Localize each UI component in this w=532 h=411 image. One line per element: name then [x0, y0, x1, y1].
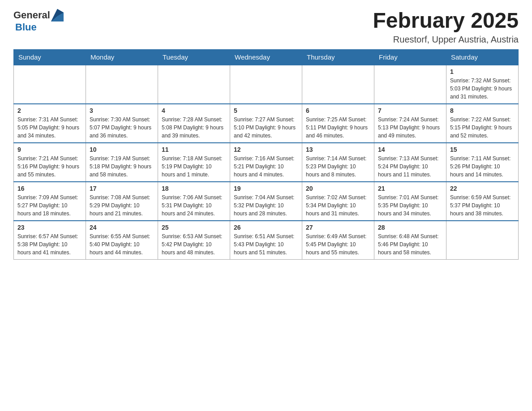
day-number: 28	[378, 224, 442, 231]
weekday-header-saturday: Saturday	[446, 49, 519, 65]
month-title: February 2025	[373, 9, 519, 33]
day-info: Sunrise: 7:02 AM Sunset: 5:34 PM Dayligh…	[306, 193, 370, 218]
day-number: 7	[378, 107, 442, 114]
day-info: Sunrise: 7:18 AM Sunset: 5:19 PM Dayligh…	[162, 154, 226, 179]
weekday-header-thursday: Thursday	[302, 49, 374, 65]
page-header: General Blue February 2025 Ruestorf, Upp…	[13, 9, 519, 45]
weekday-header-monday: Monday	[86, 49, 158, 65]
day-info: Sunrise: 6:59 AM Sunset: 5:37 PM Dayligh…	[450, 193, 515, 218]
calendar-cell: 17Sunrise: 7:08 AM Sunset: 5:29 PM Dayli…	[86, 182, 158, 221]
day-info: Sunrise: 7:24 AM Sunset: 5:13 PM Dayligh…	[378, 116, 442, 140]
day-number: 17	[90, 185, 154, 192]
calendar-cell: 19Sunrise: 7:04 AM Sunset: 5:32 PM Dayli…	[230, 182, 302, 221]
logo-text-general: General	[13, 9, 50, 21]
day-number: 26	[234, 224, 298, 231]
day-number: 22	[450, 185, 515, 192]
calendar-cell: 1Sunrise: 7:32 AM Sunset: 5:03 PM Daylig…	[446, 65, 519, 104]
calendar-week-row: 1Sunrise: 7:32 AM Sunset: 5:03 PM Daylig…	[14, 65, 519, 104]
day-info: Sunrise: 7:09 AM Sunset: 5:27 PM Dayligh…	[17, 193, 82, 218]
day-number: 12	[234, 146, 298, 153]
calendar-table: SundayMondayTuesdayWednesdayThursdayFrid…	[13, 49, 519, 260]
calendar-cell: 15Sunrise: 7:11 AM Sunset: 5:26 PM Dayli…	[446, 143, 519, 182]
calendar-cell	[14, 65, 86, 104]
calendar-cell	[374, 65, 446, 104]
calendar-cell: 9Sunrise: 7:21 AM Sunset: 5:16 PM Daylig…	[14, 143, 86, 182]
calendar-cell: 7Sunrise: 7:24 AM Sunset: 5:13 PM Daylig…	[374, 104, 446, 143]
day-info: Sunrise: 7:08 AM Sunset: 5:29 PM Dayligh…	[90, 193, 154, 218]
day-info: Sunrise: 7:22 AM Sunset: 5:15 PM Dayligh…	[450, 116, 515, 140]
calendar-cell: 6Sunrise: 7:25 AM Sunset: 5:11 PM Daylig…	[302, 104, 374, 143]
day-info: Sunrise: 6:57 AM Sunset: 5:38 PM Dayligh…	[17, 232, 82, 257]
calendar-cell: 13Sunrise: 7:14 AM Sunset: 5:23 PM Dayli…	[302, 143, 374, 182]
calendar-cell: 25Sunrise: 6:53 AM Sunset: 5:42 PM Dayli…	[158, 221, 230, 260]
calendar-cell: 26Sunrise: 6:51 AM Sunset: 5:43 PM Dayli…	[230, 221, 302, 260]
calendar-cell: 10Sunrise: 7:19 AM Sunset: 5:18 PM Dayli…	[86, 143, 158, 182]
day-number: 6	[306, 107, 370, 114]
day-info: Sunrise: 7:11 AM Sunset: 5:26 PM Dayligh…	[450, 154, 515, 179]
day-info: Sunrise: 7:32 AM Sunset: 5:03 PM Dayligh…	[450, 77, 515, 101]
day-info: Sunrise: 6:53 AM Sunset: 5:42 PM Dayligh…	[162, 232, 226, 257]
weekday-header-tuesday: Tuesday	[158, 49, 230, 65]
calendar-cell: 11Sunrise: 7:18 AM Sunset: 5:19 PM Dayli…	[158, 143, 230, 182]
calendar-cell: 24Sunrise: 6:55 AM Sunset: 5:40 PM Dayli…	[86, 221, 158, 260]
calendar-week-row: 23Sunrise: 6:57 AM Sunset: 5:38 PM Dayli…	[14, 221, 519, 260]
calendar-cell	[230, 65, 302, 104]
day-info: Sunrise: 7:16 AM Sunset: 5:21 PM Dayligh…	[234, 154, 298, 179]
day-info: Sunrise: 7:13 AM Sunset: 5:24 PM Dayligh…	[378, 154, 442, 179]
day-number: 13	[306, 146, 370, 153]
calendar-cell	[158, 65, 230, 104]
title-section: February 2025 Ruestorf, Upper Austria, A…	[373, 9, 519, 45]
day-info: Sunrise: 6:48 AM Sunset: 5:46 PM Dayligh…	[378, 232, 442, 257]
day-number: 5	[234, 107, 298, 114]
day-info: Sunrise: 7:25 AM Sunset: 5:11 PM Dayligh…	[306, 116, 370, 140]
calendar-week-row: 2Sunrise: 7:31 AM Sunset: 5:05 PM Daylig…	[14, 104, 519, 143]
logo: General Blue	[13, 9, 64, 33]
day-number: 18	[162, 185, 226, 192]
calendar-week-row: 9Sunrise: 7:21 AM Sunset: 5:16 PM Daylig…	[14, 143, 519, 182]
calendar-cell: 21Sunrise: 7:01 AM Sunset: 5:35 PM Dayli…	[374, 182, 446, 221]
day-number: 8	[450, 107, 515, 114]
calendar-cell	[446, 221, 519, 260]
day-number: 23	[17, 224, 82, 231]
day-number: 2	[17, 107, 82, 114]
calendar-cell	[86, 65, 158, 104]
day-number: 25	[162, 224, 226, 231]
day-number: 21	[378, 185, 442, 192]
logo-text-blue: Blue	[15, 21, 64, 33]
day-info: Sunrise: 7:14 AM Sunset: 5:23 PM Dayligh…	[306, 154, 370, 179]
calendar-cell: 3Sunrise: 7:30 AM Sunset: 5:07 PM Daylig…	[86, 104, 158, 143]
day-info: Sunrise: 7:19 AM Sunset: 5:18 PM Dayligh…	[90, 154, 154, 179]
day-info: Sunrise: 7:31 AM Sunset: 5:05 PM Dayligh…	[17, 116, 82, 140]
day-number: 16	[17, 185, 82, 192]
day-info: Sunrise: 7:28 AM Sunset: 5:08 PM Dayligh…	[162, 116, 226, 140]
day-number: 24	[90, 224, 154, 231]
calendar-cell: 12Sunrise: 7:16 AM Sunset: 5:21 PM Dayli…	[230, 143, 302, 182]
calendar-cell: 20Sunrise: 7:02 AM Sunset: 5:34 PM Dayli…	[302, 182, 374, 221]
weekday-header-friday: Friday	[374, 49, 446, 65]
day-info: Sunrise: 6:55 AM Sunset: 5:40 PM Dayligh…	[90, 232, 154, 257]
calendar-cell: 8Sunrise: 7:22 AM Sunset: 5:15 PM Daylig…	[446, 104, 519, 143]
calendar-cell: 18Sunrise: 7:06 AM Sunset: 5:31 PM Dayli…	[158, 182, 230, 221]
day-info: Sunrise: 7:06 AM Sunset: 5:31 PM Dayligh…	[162, 193, 226, 218]
day-number: 27	[306, 224, 370, 231]
calendar-cell: 4Sunrise: 7:28 AM Sunset: 5:08 PM Daylig…	[158, 104, 230, 143]
logo-icon	[51, 9, 64, 21]
day-number: 19	[234, 185, 298, 192]
calendar-cell: 22Sunrise: 6:59 AM Sunset: 5:37 PM Dayli…	[446, 182, 519, 221]
day-number: 3	[90, 107, 154, 114]
day-number: 9	[17, 146, 82, 153]
calendar-cell: 2Sunrise: 7:31 AM Sunset: 5:05 PM Daylig…	[14, 104, 86, 143]
day-number: 15	[450, 146, 515, 153]
day-info: Sunrise: 6:49 AM Sunset: 5:45 PM Dayligh…	[306, 232, 370, 257]
calendar-cell: 28Sunrise: 6:48 AM Sunset: 5:46 PM Dayli…	[374, 221, 446, 260]
day-info: Sunrise: 7:27 AM Sunset: 5:10 PM Dayligh…	[234, 116, 298, 140]
calendar-header-row: SundayMondayTuesdayWednesdayThursdayFrid…	[14, 49, 519, 65]
calendar-cell	[302, 65, 374, 104]
day-info: Sunrise: 7:30 AM Sunset: 5:07 PM Dayligh…	[90, 116, 154, 140]
calendar-cell: 16Sunrise: 7:09 AM Sunset: 5:27 PM Dayli…	[14, 182, 86, 221]
weekday-header-wednesday: Wednesday	[230, 49, 302, 65]
day-info: Sunrise: 6:51 AM Sunset: 5:43 PM Dayligh…	[234, 232, 298, 257]
calendar-cell: 23Sunrise: 6:57 AM Sunset: 5:38 PM Dayli…	[14, 221, 86, 260]
day-number: 4	[162, 107, 226, 114]
weekday-header-sunday: Sunday	[14, 49, 86, 65]
